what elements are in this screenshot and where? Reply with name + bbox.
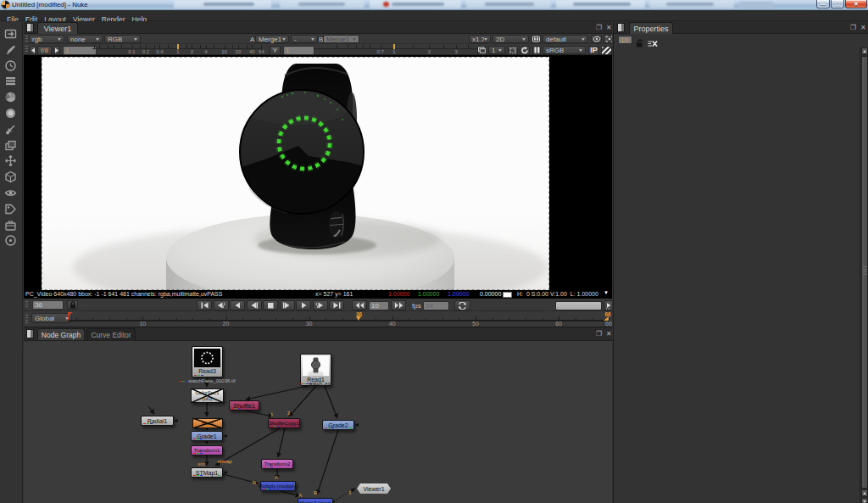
- timeline-ruler[interactable]: 102030405060663666: [24, 311, 612, 327]
- gain-slider[interactable]: 0.10.20.412410204064: [92, 44, 262, 55]
- scroll-up-button-bottom[interactable]: [861, 489, 868, 497]
- refresh-icon[interactable]: [520, 46, 530, 55]
- tab-node-graph[interactable]: Node Graph: [37, 328, 85, 340]
- roi-icon[interactable]: [604, 35, 612, 43]
- close-pane-icon[interactable]: ✕: [606, 25, 612, 31]
- node-stmap1[interactable]: STMap1: [191, 467, 223, 478]
- metadata-node-icon[interactable]: [4, 203, 19, 217]
- node-read3[interactable]: Read3: [192, 346, 223, 377]
- edge-read1-to-grade2[interactable]: [325, 386, 337, 418]
- info-expand-icon[interactable]: ▼: [604, 290, 609, 295]
- edge-multiply-to-merge1[interactable]: [281, 491, 300, 496]
- play-forward-key-button[interactable]: [313, 300, 328, 310]
- proxy-toggle-icon[interactable]: [591, 35, 602, 43]
- image-node-icon[interactable]: [4, 27, 19, 42]
- node-transform1[interactable]: Transform1: [191, 445, 223, 455]
- cache-menu-button[interactable]: [604, 300, 612, 310]
- fps-input[interactable]: 24: [423, 301, 449, 310]
- scroll-up-button[interactable]: [861, 48, 868, 55]
- filter-node-icon[interactable]: [4, 107, 19, 121]
- edge-merge1-to-viewer1[interactable]: [333, 489, 355, 501]
- viewer-display-channels-dropdown[interactable]: RGB: [104, 35, 141, 43]
- node-radial1[interactable]: Radial1: [141, 416, 174, 426]
- display-mode-icon[interactable]: [477, 46, 487, 55]
- display-view-dropdown[interactable]: 1: [488, 46, 505, 54]
- lock-range-icon[interactable]: [67, 300, 78, 310]
- edge-read1-to-shuffle1[interactable]: [246, 386, 308, 400]
- cliptest-icon[interactable]: [508, 46, 518, 55]
- node-merge1[interactable]: Merge1 (over): [298, 498, 333, 503]
- node-blur1[interactable]: Blur1: [192, 418, 223, 428]
- toolbar-grip[interactable]: [25, 36, 28, 42]
- node-transform2[interactable]: Transform2: [261, 459, 293, 469]
- color-node-icon[interactable]: [4, 91, 19, 105]
- node-viewer1[interactable]: Viewer1: [357, 483, 391, 494]
- step-forward-button[interactable]: [280, 300, 295, 310]
- play-button[interactable]: [296, 300, 311, 310]
- transform-node-icon[interactable]: [4, 154, 19, 169]
- scrollbar-thumb[interactable]: [861, 56, 868, 489]
- checker-background-icon[interactable]: [601, 46, 612, 55]
- aperture-next-button[interactable]: [53, 46, 60, 55]
- slider-marker[interactable]: [177, 44, 179, 49]
- edge-stub-to-radial1[interactable]: [148, 406, 154, 414]
- float-pane-icon[interactable]: ❐: [596, 331, 602, 338]
- node-grade1[interactable]: Grade1: [191, 431, 223, 441]
- toolsets-node-icon[interactable]: [4, 219, 19, 233]
- unlock-panels-icon[interactable]: [636, 36, 646, 44]
- tab-viewer1[interactable]: Viewer1: [37, 22, 78, 34]
- skip-forward-button[interactable]: [391, 300, 406, 310]
- float-pane-icon[interactable]: ❐: [850, 25, 856, 31]
- minimize-button[interactable]: —: [816, 0, 830, 8]
- nodegraph-canvas[interactable]: Read3watchFace_00036.tifRead1watch..exrC…: [24, 341, 612, 503]
- gamma-toggle-button[interactable]: Y: [270, 46, 281, 55]
- playback-mode-button[interactable]: [454, 300, 470, 310]
- maximize-button[interactable]: □: [831, 0, 844, 8]
- viewer-colorspace-dropdown[interactable]: sRGB: [542, 46, 586, 54]
- draw-node-icon[interactable]: [4, 43, 19, 58]
- toolbar-grip[interactable]: [25, 46, 28, 53]
- float-pane-icon[interactable]: ❐: [596, 25, 602, 31]
- clear-panels-icon[interactable]: [648, 36, 659, 44]
- pane-grip-icon[interactable]: [26, 23, 34, 32]
- frame-increment-input[interactable]: 10: [369, 301, 389, 310]
- scroll-down-button[interactable]: [861, 498, 868, 503]
- tab-properties[interactable]: Properties: [629, 22, 673, 34]
- viewer-mode-dropdown[interactable]: 2D: [492, 35, 529, 43]
- input-process-button[interactable]: IP: [588, 46, 599, 55]
- viewer-canvas[interactable]: [24, 55, 612, 290]
- edge-grade2-to-merge1[interactable]: [317, 430, 338, 495]
- viewer-channels-dropdown[interactable]: rgb: [29, 35, 64, 43]
- merge-node-icon[interactable]: [4, 139, 19, 154]
- go-start-button[interactable]: [197, 300, 212, 310]
- close-button[interactable]: ✕: [845, 0, 867, 8]
- toolbar-grip[interactable]: [25, 301, 28, 309]
- viewer-zoom-dropdown[interactable]: x1.7: [469, 35, 491, 43]
- timeline-end-marker[interactable]: [604, 316, 609, 321]
- viewer-layer-dropdown[interactable]: none: [67, 35, 103, 43]
- close-pane-icon[interactable]: ✕: [860, 25, 866, 31]
- aperture-button[interactable]: f/8: [37, 46, 52, 55]
- other-node-icon[interactable]: [4, 234, 19, 249]
- properties-scrollbar[interactable]: [860, 48, 867, 503]
- viewer-b-input-dropdown[interactable]: Merge1: [323, 35, 359, 43]
- node-grade2[interactable]: Grade2: [322, 420, 354, 430]
- keyer-node-icon[interactable]: [4, 123, 19, 137]
- node-shufflecopy1[interactable]: ShuffleCopy1: [268, 418, 300, 428]
- gamma-input[interactable]: 1: [283, 46, 314, 55]
- pane-grip-icon[interactable]: [617, 23, 625, 32]
- node-colorspace1[interactable]: ColorSpc1(ul0): [191, 388, 224, 403]
- timeline-playhead[interactable]: [356, 316, 361, 321]
- max-panels-input[interactable]: 10: [618, 36, 632, 44]
- aperture-prev-button[interactable]: [30, 46, 36, 55]
- go-end-button[interactable]: [329, 300, 344, 310]
- window-titlebar[interactable]: Untitled [modified] - Nuke — □ ✕: [0, 0, 868, 9]
- play-backward-key-button[interactable]: [214, 300, 229, 310]
- skip-back-button[interactable]: [352, 300, 367, 310]
- channel-node-icon[interactable]: [4, 75, 19, 89]
- gamma-slider[interactable]: 0.71234: [314, 44, 481, 55]
- views-node-icon[interactable]: [4, 187, 19, 201]
- edge-shuffle1-to-shufflecopy1[interactable]: [245, 411, 273, 416]
- pane-grip-icon[interactable]: [26, 329, 34, 338]
- viewer-blend-dropdown[interactable]: -: [291, 35, 318, 43]
